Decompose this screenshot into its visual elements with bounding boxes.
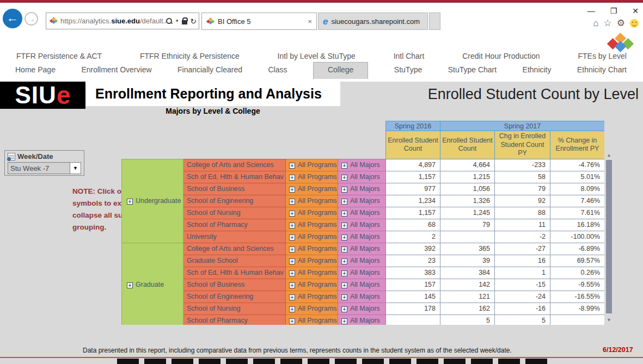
scroll-up-icon[interactable]: ▲ (605, 152, 613, 158)
expand-icon-programs[interactable]: + (289, 282, 295, 288)
nav-tab-stutype[interactable]: StuType (394, 65, 422, 74)
expand-icon-majors[interactable]: + (341, 199, 347, 205)
expand-icon-majors[interactable]: + (341, 270, 347, 276)
new-tab-button[interactable] (429, 13, 440, 30)
maximize-button[interactable]: ❒ (610, 7, 617, 15)
expand-icon-majors[interactable]: + (341, 223, 347, 229)
expand-icon-programs[interactable]: + (289, 163, 295, 169)
forward-button[interactable]: → (25, 12, 38, 26)
majors-cell: +All Majors (338, 303, 386, 314)
nav-tab-credit-hour-production[interactable]: Credit Hour Production (462, 52, 540, 60)
nav-tab-intl-by-level-stutype[interactable]: Intl by Level & StuType (278, 52, 356, 60)
close-tab-icon[interactable]: × (308, 17, 312, 26)
favorites-star-icon[interactable]: ☆ (604, 18, 612, 28)
week-date-dropdown[interactable]: Stu Week -7 ▼ (8, 162, 81, 174)
nav-tab-ethnicity[interactable]: Ethnicity (523, 65, 552, 74)
expand-icon-programs[interactable]: + (289, 223, 295, 229)
refresh-icon[interactable]: ↻ (190, 17, 197, 25)
expand-icon-majors[interactable]: + (341, 235, 347, 240)
browser-tab-inactive[interactable]: e siuecougars.sharepoint.com (318, 13, 428, 30)
expand-icon-majors[interactable]: + (341, 246, 347, 252)
expand-icon-undergraduate[interactable]: + (127, 199, 133, 205)
spring-2017-count: 384 (440, 267, 495, 279)
spring-2017-count: 365 (440, 243, 495, 255)
expand-icon-majors[interactable]: + (341, 306, 347, 312)
nav-tab-ethnicity-chart[interactable]: Ethnicity Chart (577, 65, 627, 74)
spring-2016-count: 977 (386, 183, 440, 195)
siue-logo-siu: SIU (15, 83, 57, 107)
spring-2017-count: 5 (440, 314, 495, 325)
nav-tab-enrollment-overview[interactable]: Enrollment Overview (81, 65, 151, 74)
scroll-down-icon[interactable]: ▼ (605, 317, 613, 323)
table-row: School of Engineering+All Programs+All M… (122, 195, 605, 207)
home-icon[interactable]: ⌂ (593, 18, 598, 28)
gear-icon[interactable]: ⚙ (617, 18, 625, 28)
expand-icon-majors[interactable]: + (341, 175, 347, 181)
url-text[interactable]: https://analytics.siue.edu/default.aspx (60, 17, 166, 25)
spring-2017-count: 142 (440, 279, 495, 291)
percent-change: 69.57% (550, 255, 605, 267)
expand-icon-programs[interactable]: + (289, 246, 295, 252)
back-button[interactable]: ← (3, 9, 22, 28)
expand-icon-programs[interactable]: + (289, 306, 295, 312)
close-button[interactable]: ✕ (632, 7, 639, 15)
programs-cell: +All Programs (286, 231, 338, 243)
expand-icon-programs[interactable]: + (289, 318, 295, 324)
expand-icon-programs[interactable]: + (289, 211, 295, 217)
tab-label: BI Office 5 (218, 17, 304, 26)
spring-2017-count: 121 (440, 291, 495, 303)
spring-2016-count: 2 (386, 231, 440, 243)
majors-cell: +All Majors (338, 207, 386, 219)
nav-tab-college[interactable]: College (313, 62, 368, 79)
percent-change: 0.26% (550, 267, 605, 279)
change-count: -24 (495, 291, 550, 303)
college-cell: College of Arts and Sciences (183, 243, 286, 255)
nav-tab-ftes-by-level[interactable]: FTEs by Level (578, 52, 626, 60)
spring-2016-count: 4,897 (386, 159, 440, 171)
search-icon[interactable] (166, 18, 172, 24)
table-scrollbar[interactable]: ▲ ▼ (605, 152, 613, 323)
percent-change: 7.61% (550, 207, 605, 219)
expand-icon-majors[interactable]: + (341, 187, 347, 193)
scrollbar-thumb[interactable] (606, 160, 612, 313)
majors-cell: +All Majors (338, 159, 386, 171)
programs-cell: +All Programs (286, 159, 338, 171)
nav-tab-ftfr-ethnicity-persistence[interactable]: FTFR Ethnicity & Persistence (140, 52, 240, 60)
expand-icon-graduate[interactable]: + (127, 282, 133, 288)
expand-icon-majors[interactable]: + (341, 282, 347, 288)
table-row: School of Engineering+All Programs+All M… (122, 291, 605, 303)
expand-icon-majors[interactable]: + (341, 294, 347, 300)
report-nav-row-1: FTFR Persistence & ACTFTFR Ethnicity & P… (0, 52, 643, 60)
nav-tab-home-page[interactable]: Home Page (15, 65, 56, 74)
nav-tab-stutype-chart[interactable]: StuType Chart (448, 65, 497, 74)
expand-icon-programs[interactable]: + (289, 258, 295, 264)
minimize-button[interactable]: — (587, 7, 595, 15)
expand-icon-programs[interactable]: + (289, 235, 295, 240)
chevron-down-icon[interactable]: ▼ (175, 18, 179, 23)
spring-2017-count: 1,056 (440, 183, 495, 195)
spring-2017-count: 162 (440, 303, 495, 314)
address-bar[interactable]: https://analytics.siue.edu/default.aspx … (46, 13, 199, 29)
percent-change: -9.55% (550, 279, 605, 291)
college-cell: Sch of Ed, Hlth & Human Behav (183, 267, 286, 279)
expand-icon-programs[interactable]: + (289, 187, 295, 193)
feedback-smiley-icon[interactable] (630, 19, 639, 28)
expand-icon-programs[interactable]: + (289, 199, 295, 205)
nav-tab-ftfr-persistence-act[interactable]: FTFR Persistence & ACT (16, 52, 102, 60)
expand-icon-majors[interactable]: + (341, 211, 347, 217)
change-count: -233 (495, 159, 550, 171)
programs-cell: +All Programs (286, 255, 338, 267)
dropdown-arrow-icon[interactable]: ▼ (70, 163, 81, 174)
expand-icon-programs[interactable]: + (289, 270, 295, 276)
college-cell: School of Pharmacy (183, 219, 286, 231)
nav-tab-class[interactable]: Class (268, 65, 287, 74)
expand-icon-majors[interactable]: + (341, 258, 347, 264)
expand-icon-programs[interactable]: + (289, 294, 295, 300)
expand-icon-majors[interactable]: + (341, 163, 347, 169)
nav-tab-financially-cleared[interactable]: Financially Cleared (177, 65, 242, 74)
browser-tab-active[interactable]: BI Office 5 × (201, 13, 317, 30)
expand-icon-programs[interactable]: + (289, 175, 295, 181)
nav-tab-intl-chart[interactable]: Intl Chart (394, 52, 425, 60)
expand-icon-majors[interactable]: + (341, 318, 347, 324)
change-count: -16 (495, 303, 550, 314)
